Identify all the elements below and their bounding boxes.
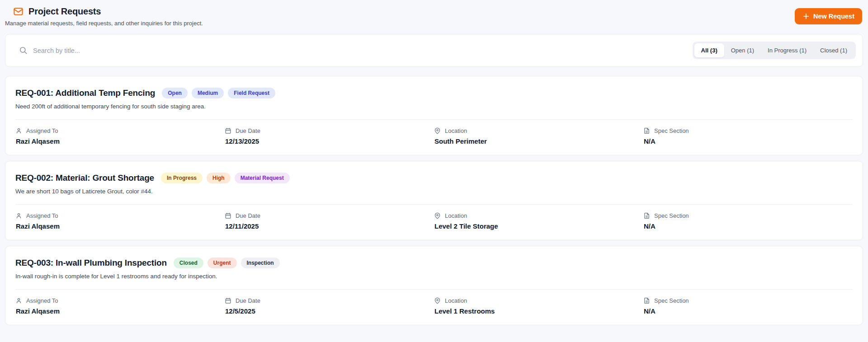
badge-high: High: [207, 173, 231, 183]
map-pin-icon: [434, 297, 441, 304]
badge-open: Open: [162, 88, 188, 98]
calendar-icon: [225, 212, 231, 219]
page-header-left: Project Requests Manage material request…: [5, 6, 203, 27]
request-title-row: REQ-003: In-wall Plumbing Inspection Clo…: [15, 258, 853, 268]
spec-section-value: N/A: [644, 137, 853, 145]
request-card[interactable]: REQ-002: Material: Grout Shortage In Pro…: [5, 161, 863, 240]
badge-inspection: Inspection: [241, 258, 280, 268]
new-request-label: New Request: [813, 13, 854, 20]
badge-closed: Closed: [174, 258, 203, 268]
assigned-to-value: Razi Alqasem: [16, 137, 225, 145]
location-value: Level 1 Restrooms: [434, 307, 643, 315]
assigned-to-value: Razi Alqasem: [16, 222, 225, 230]
request-card[interactable]: REQ-003: In-wall Plumbing Inspection Clo…: [5, 246, 863, 325]
meta-label-text: Spec Section: [654, 297, 689, 304]
meta-location: Location Level 2 Tile Storage: [434, 212, 643, 230]
toolbar: All (3)Open (1)In Progress (1)Closed (1): [5, 34, 863, 67]
request-title-row: REQ-001: Additional Temp Fencing OpenMed…: [15, 88, 853, 98]
map-pin-icon: [434, 212, 441, 219]
meta-assigned-to: Assigned To Razi Alqasem: [15, 127, 225, 145]
request-badges: ClosedUrgentInspection: [174, 258, 280, 268]
user-icon: [15, 297, 22, 304]
new-request-button[interactable]: New Request: [795, 8, 862, 24]
meta-label-text: Due Date: [236, 212, 260, 219]
request-title: REQ-001: Additional Temp Fencing: [15, 88, 155, 98]
meta-label-text: Location: [445, 212, 467, 219]
filter-tab-open-1[interactable]: Open (1): [724, 43, 761, 57]
calendar-icon: [225, 127, 231, 134]
request-list: REQ-001: Additional Temp Fencing OpenMed…: [5, 76, 863, 325]
location-value: Level 2 Tile Storage: [434, 222, 643, 230]
filter-tab-closed-1[interactable]: Closed (1): [813, 43, 854, 57]
meta-spec-section: Spec Section N/A: [643, 127, 853, 145]
meta-location: Location South Perimeter: [434, 127, 643, 145]
location-value: South Perimeter: [434, 137, 643, 145]
user-icon: [15, 212, 22, 219]
request-badges: In ProgressHighMaterial Request: [161, 173, 290, 183]
filter-tab-all-3[interactable]: All (3): [694, 43, 724, 57]
meta-assigned-to: Assigned To Razi Alqasem: [15, 297, 225, 315]
request-badges: OpenMediumField Request: [162, 88, 275, 98]
meta-label-text: Due Date: [236, 297, 260, 304]
search-icon: [19, 46, 28, 55]
request-meta: Assigned To Razi Alqasem Due Date 12/5/2…: [15, 289, 853, 315]
page-header: Project Requests Manage material request…: [0, 0, 868, 27]
file-icon: [643, 297, 650, 304]
filter-tab-label: All (3): [701, 47, 717, 54]
user-icon: [15, 127, 22, 134]
meta-label-text: Spec Section: [654, 127, 689, 134]
meta-label-text: Location: [445, 297, 467, 304]
file-icon: [643, 127, 650, 134]
request-title-row: REQ-002: Material: Grout Shortage In Pro…: [15, 173, 853, 183]
request-meta: Assigned To Razi Alqasem Due Date 12/11/…: [15, 204, 853, 230]
page-title: Project Requests: [28, 6, 101, 17]
search-input[interactable]: [33, 47, 322, 54]
request-meta: Assigned To Razi Alqasem Due Date 12/13/…: [15, 119, 853, 145]
spec-section-value: N/A: [644, 222, 853, 230]
due-date-value: 12/5/2025: [225, 307, 434, 315]
mail-icon: [13, 6, 24, 17]
badge-in-progress: In Progress: [161, 173, 203, 183]
badge-material-request: Material Request: [235, 173, 290, 183]
assigned-to-value: Razi Alqasem: [16, 307, 225, 315]
filter-tab-label: Open (1): [731, 47, 754, 54]
meta-spec-section: Spec Section N/A: [643, 212, 853, 230]
request-title: REQ-002: Material: Grout Shortage: [15, 173, 154, 183]
calendar-icon: [225, 297, 231, 304]
status-filter-tabs: All (3)Open (1)In Progress (1)Closed (1): [693, 42, 856, 59]
meta-due-date: Due Date 12/11/2025: [225, 212, 434, 230]
filter-tab-in-progress-1[interactable]: In Progress (1): [761, 43, 813, 57]
due-date-value: 12/11/2025: [225, 222, 434, 230]
meta-label-text: Spec Section: [654, 212, 689, 219]
search-wrap: [19, 46, 693, 55]
filter-tab-label: In Progress (1): [768, 47, 807, 54]
meta-label-text: Location: [445, 127, 467, 134]
filter-tab-label: Closed (1): [820, 47, 847, 54]
meta-label-text: Assigned To: [26, 127, 58, 134]
meta-label-text: Due Date: [236, 127, 260, 134]
file-icon: [643, 212, 650, 219]
badge-medium: Medium: [192, 88, 224, 98]
plus-icon: [802, 13, 810, 20]
request-card[interactable]: REQ-001: Additional Temp Fencing OpenMed…: [5, 76, 863, 155]
badge-field-request: Field Request: [228, 88, 275, 98]
map-pin-icon: [434, 127, 441, 134]
badge-urgent: Urgent: [208, 258, 237, 268]
page-subtitle: Manage material requests, field requests…: [5, 20, 203, 27]
meta-assigned-to: Assigned To Razi Alqasem: [15, 212, 225, 230]
due-date-value: 12/13/2025: [225, 137, 434, 145]
request-title: REQ-003: In-wall Plumbing Inspection: [15, 258, 167, 268]
meta-label-text: Assigned To: [26, 297, 58, 304]
page-title-row: Project Requests: [13, 6, 203, 17]
spec-section-value: N/A: [644, 307, 853, 315]
request-description: In-wall rough-in is complete for Level 1…: [15, 273, 853, 280]
request-description: We are short 10 bags of Laticrete Grout,…: [15, 188, 853, 195]
meta-due-date: Due Date 12/13/2025: [225, 127, 434, 145]
request-description: Need 200ft of additional temporary fenci…: [15, 103, 853, 110]
meta-spec-section: Spec Section N/A: [643, 297, 853, 315]
meta-label-text: Assigned To: [26, 212, 58, 219]
meta-due-date: Due Date 12/5/2025: [225, 297, 434, 315]
meta-location: Location Level 1 Restrooms: [434, 297, 643, 315]
